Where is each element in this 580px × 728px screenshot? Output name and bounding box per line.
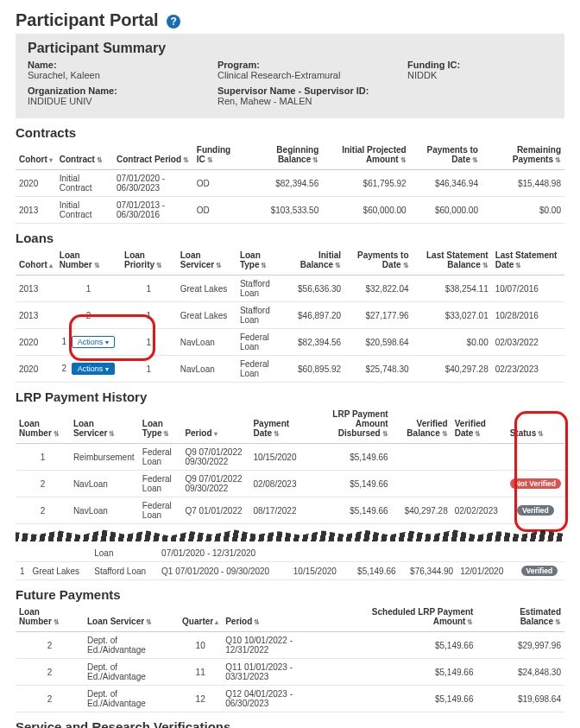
cell-num: 2 [16,497,70,524]
cell-paid: $32,822.04 [344,275,412,302]
cell-cohort: 2020 [16,329,56,356]
col-num[interactable]: Loan Number⇅ [16,406,70,444]
cell-vbal [400,545,457,562]
sort-icon: ⇅ [555,618,561,626]
sort-icon: ⇅ [207,156,213,164]
sort-icon: ⇅ [312,156,318,164]
cell-quarter: 12 [179,686,222,712]
table-row: 2Dept. of Ed./Aidvantage11Q11 01/01/2023… [16,659,564,686]
status-badge-verified: Verified [517,505,554,516]
cell-type: Federal Loan [236,329,284,356]
sort-icon: ▾ [214,430,218,438]
page-title: Participant Portal ? [16,10,564,30]
sort-icon: ⇅ [538,430,544,438]
cell-num [16,545,29,562]
supervisor-label: Supervisor Name - Supervisor ID: [218,85,407,96]
col-vbal[interactable]: Verified Balance⇅ [392,406,451,444]
cell-amt [347,545,399,562]
cell-lsb: $0.00 [413,329,492,356]
col-ic[interactable]: Funding IC⇅ [193,142,245,170]
col-status[interactable]: Status⇅ [507,406,564,444]
col-period[interactable]: Period▾ [181,406,249,444]
cell-loan-number: 1 Actions▾ [56,329,121,356]
col-servicer[interactable]: Loan Servicer⇅ [177,247,236,275]
cell-type: Loan [91,545,158,562]
cell-cohort: 2013 [16,275,56,302]
cell-est: $24,848.30 [476,659,564,686]
cell-amt: $5,149.66 [306,497,392,524]
cell-paid: $27,177.96 [344,302,412,329]
contracts-heading: Contracts [16,125,564,140]
col-type[interactable]: Loan Type⇅ [236,247,284,275]
col-priority[interactable]: Loan Priority⇅ [121,247,177,275]
cell-remain: $0.00 [482,197,564,224]
help-icon[interactable]: ? [167,15,180,28]
cell-paid: $25,748.30 [344,356,412,383]
cell-servicer: Dept. of Ed./Aidvantage [84,659,179,686]
cell-lsd: 02/03/2022 [492,329,564,356]
col-sched[interactable]: Scheduled LRP Payment Amount⇅ [335,604,476,632]
verifications-heading: Service and Research Verifications [16,719,564,728]
col-cohort[interactable]: Cohort▴ [16,247,56,275]
cell-period: Q10 10/01/2022 - 12/31/2022 [222,632,335,659]
sort-icon: ⇅ [335,262,341,269]
col-contract[interactable]: Contract⇅ [56,142,113,170]
actions-button[interactable]: Actions▾ [72,336,116,348]
col-quarter[interactable]: Quarter▴ [179,604,222,632]
table-row: 201311Great LakesStafford Loan$56,636.30… [16,275,564,302]
col-period[interactable]: Period⇅ [222,604,335,632]
col-type[interactable]: Loan Type⇅ [139,406,182,444]
col-est[interactable]: Estimated Balance⇅ [476,604,564,632]
col-amt[interactable]: LRP Payment Amount Disbursed⇅ [306,406,392,444]
col-init[interactable]: Initial Balance⇅ [284,247,345,275]
actions-button[interactable]: Actions▾ [72,363,116,375]
col-lsd[interactable]: Last Statement Date⇅ [492,247,564,275]
cell-paid: $46,346.94 [410,170,482,197]
table-row: 20201 Actions▾1NavLoanFederal Loan$82,39… [16,329,564,356]
col-proj[interactable]: Initial Projected Amount⇅ [322,142,409,170]
col-paid[interactable]: Payments to Date⇅ [344,247,412,275]
col-servicer[interactable]: Loan Servicer⇅ [84,604,179,632]
org-label: Organization Name: [28,85,218,96]
cell-pdate: 10/15/2020 [290,562,348,580]
supervisor-value: Ren, Mahew - MALEN [218,96,407,106]
table-row: 2013Initial Contract07/01/2013 - 06/30/2… [16,197,564,224]
name-value: Surachel, Kaleen [28,70,218,80]
col-paid[interactable]: Payments to Date⇅ [410,142,482,170]
col-pdate[interactable]: Payment Date⇅ [249,406,306,444]
org-value: INDIDUE UNIV [28,96,218,106]
col-servicer[interactable]: Loan Servicer⇅ [70,406,139,444]
col-lsb[interactable]: Last Statement Balance⇅ [413,247,492,275]
cell-loan-number: 1 [56,275,121,302]
cell-pdate [290,545,348,562]
cell-ic: OD [193,197,245,224]
sort-icon: ▴ [49,262,53,269]
sort-icon: ⇅ [156,262,162,269]
col-remain[interactable]: Remaining Payments⇅ [482,142,564,170]
sort-icon: ⇅ [183,156,189,164]
cell-vdate [457,545,514,562]
col-loan-number[interactable]: Loan Number⇅ [56,247,121,275]
cell-remain: $15,448.98 [482,170,564,197]
col-period[interactable]: Contract Period⇅ [113,142,193,170]
cell-vbal: $76,344.90 [400,562,457,580]
cell-servicer: Great Lakes [29,562,91,580]
cell-vbal [392,444,451,471]
cell-cohort: 2013 [16,197,56,224]
cell-period: 07/01/2020 - 06/30/2023 [113,170,193,197]
cell-begin: $103,533.50 [245,197,322,224]
cell-status: Verified [514,562,564,580]
cell-pdate: 08/17/2022 [249,497,306,524]
sort-icon: ⇅ [216,262,222,269]
col-cohort[interactable]: Cohort▾ [16,142,56,170]
col-num[interactable]: Loan Number⇅ [16,604,84,632]
cell-vbal [392,471,451,497]
col-vdate[interactable]: Verified Date⇅ [451,406,507,444]
cell-period: 07/01/2013 - 06/30/2016 [113,197,193,224]
col-begin[interactable]: Beginning Balance⇅ [245,142,322,170]
cell-pdate: 02/08/2023 [249,471,306,497]
cell-num: 2 [16,659,84,686]
cell-vbal: $40,297.28 [392,497,451,524]
history-heading: LRP Payment History [16,389,564,404]
cell-init: $46,897.20 [284,302,345,329]
